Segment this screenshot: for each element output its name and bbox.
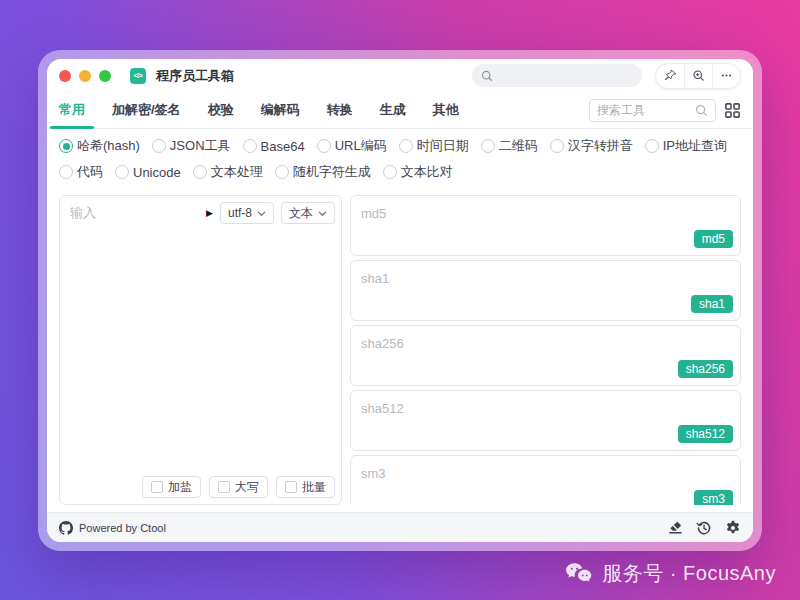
radio-label: 随机字符生成 bbox=[293, 163, 371, 181]
radio-ip-lookup[interactable]: IP地址查询 bbox=[645, 137, 727, 155]
radio-base64[interactable]: Base64 bbox=[243, 139, 305, 154]
close-button[interactable] bbox=[59, 70, 71, 82]
pin-button[interactable] bbox=[656, 64, 684, 88]
output-sm3[interactable]: sm3 sm3 bbox=[350, 455, 741, 505]
sha512-badge[interactable]: sha512 bbox=[678, 425, 733, 443]
settings-button[interactable] bbox=[725, 520, 741, 536]
watermark-text: 服务号 · FocusAny bbox=[602, 560, 776, 587]
clear-button[interactable] bbox=[668, 520, 683, 535]
tab-jiaoyan[interactable]: 校验 bbox=[208, 92, 234, 129]
encoding-value: utf-8 bbox=[228, 206, 252, 220]
input-panel: ▶ utf-8 文本 加盐 大写 批量 bbox=[59, 195, 342, 505]
tab-shengcheng[interactable]: 生成 bbox=[380, 92, 406, 129]
radio-label: 哈希(hash) bbox=[77, 137, 140, 155]
collapse-arrow-icon[interactable]: ▶ bbox=[206, 209, 213, 218]
encoding-select[interactable]: utf-8 bbox=[220, 202, 274, 224]
format-value: 文本 bbox=[289, 205, 313, 222]
output-sha256[interactable]: sha256 sha256 bbox=[350, 325, 741, 386]
output-sha1[interactable]: sha1 sha1 bbox=[350, 260, 741, 321]
output-md5[interactable]: md5 md5 bbox=[350, 195, 741, 256]
radio-icon bbox=[550, 139, 564, 153]
input-panel-controls: ▶ utf-8 文本 bbox=[206, 202, 335, 224]
hash-options: 加盐 大写 批量 bbox=[142, 476, 335, 498]
chevron-down-icon bbox=[257, 209, 266, 218]
radio-label: 汉字转拼音 bbox=[568, 137, 633, 155]
radio-unicode[interactable]: Unicode bbox=[115, 165, 181, 180]
radio-label: 文本比对 bbox=[401, 163, 453, 181]
app-window: </> 程序员工具箱 常用 bbox=[47, 59, 753, 542]
radio-random-string[interactable]: 随机字符生成 bbox=[275, 163, 371, 181]
radio-icon bbox=[152, 139, 166, 153]
titlebar: </> 程序员工具箱 bbox=[47, 59, 753, 92]
window-frame: </> 程序员工具箱 常用 bbox=[38, 50, 762, 551]
global-search-field[interactable] bbox=[499, 69, 633, 83]
format-select[interactable]: 文本 bbox=[281, 202, 335, 224]
radio-qrcode[interactable]: 二维码 bbox=[481, 137, 538, 155]
search-icon bbox=[695, 104, 708, 117]
hash-input-textarea[interactable] bbox=[70, 204, 241, 468]
radio-label: URL编码 bbox=[335, 137, 387, 155]
titlebar-actions bbox=[655, 63, 741, 89]
checkbox-label: 批量 bbox=[302, 479, 326, 496]
radio-hash[interactable]: 哈希(hash) bbox=[59, 137, 140, 155]
tool-search-input[interactable] bbox=[597, 103, 691, 117]
radio-text-diff[interactable]: 文本比对 bbox=[383, 163, 453, 181]
more-button[interactable] bbox=[712, 64, 740, 88]
github-icon bbox=[59, 521, 73, 535]
powered-by[interactable]: Powered by Ctool bbox=[59, 521, 166, 535]
output-placeholder: sha256 bbox=[361, 336, 404, 351]
output-placeholder: sha1 bbox=[361, 271, 389, 286]
radio-text-process[interactable]: 文本处理 bbox=[193, 163, 263, 181]
global-search-input[interactable] bbox=[472, 64, 642, 87]
tab-qita[interactable]: 其他 bbox=[433, 92, 459, 129]
radio-url-encode[interactable]: URL编码 bbox=[317, 137, 387, 155]
grid-view-button[interactable] bbox=[724, 102, 741, 119]
footer-actions bbox=[668, 520, 741, 536]
radio-pinyin[interactable]: 汉字转拼音 bbox=[550, 137, 633, 155]
radio-label: 时间日期 bbox=[417, 137, 469, 155]
minimize-button[interactable] bbox=[79, 70, 91, 82]
history-button[interactable] bbox=[696, 520, 712, 536]
radio-icon bbox=[317, 139, 331, 153]
radio-icon bbox=[481, 139, 495, 153]
salt-checkbox-button[interactable]: 加盐 bbox=[142, 476, 201, 498]
radio-json[interactable]: JSON工具 bbox=[152, 137, 231, 155]
window-title: 程序员工具箱 bbox=[156, 67, 234, 85]
batch-checkbox-button[interactable]: 批量 bbox=[276, 476, 335, 498]
radio-icon bbox=[115, 165, 129, 179]
maximize-button[interactable] bbox=[99, 70, 111, 82]
chevron-down-icon bbox=[318, 209, 327, 218]
search-icon bbox=[481, 70, 493, 82]
output-sha512[interactable]: sha512 sha512 bbox=[350, 390, 741, 451]
checkbox-icon bbox=[151, 481, 163, 493]
footer: Powered by Ctool bbox=[47, 512, 753, 542]
radio-code[interactable]: 代码 bbox=[59, 163, 103, 181]
tool-search-box[interactable] bbox=[589, 99, 716, 122]
tab-changyong[interactable]: 常用 bbox=[59, 92, 85, 129]
md5-badge[interactable]: md5 bbox=[694, 230, 733, 248]
zoom-button[interactable] bbox=[684, 64, 712, 88]
watermark: 服务号 · FocusAny bbox=[565, 560, 776, 587]
uppercase-checkbox-button[interactable]: 大写 bbox=[209, 476, 268, 498]
radio-icon bbox=[275, 165, 289, 179]
radio-datetime[interactable]: 时间日期 bbox=[399, 137, 469, 155]
eraser-icon bbox=[668, 520, 683, 535]
radio-icon bbox=[383, 165, 397, 179]
sha1-badge[interactable]: sha1 bbox=[691, 295, 733, 313]
output-placeholder: md5 bbox=[361, 206, 386, 221]
ellipsis-icon bbox=[720, 69, 733, 82]
radio-label: 代码 bbox=[77, 163, 103, 181]
main-content: ▶ utf-8 文本 加盐 大写 批量 bbox=[47, 193, 753, 512]
checkbox-icon bbox=[285, 481, 297, 493]
history-icon bbox=[696, 520, 712, 536]
tab-jiajiemi[interactable]: 加解密/签名 bbox=[112, 92, 181, 129]
sha256-badge[interactable]: sha256 bbox=[678, 360, 733, 378]
gear-icon bbox=[725, 520, 741, 536]
radio-icon bbox=[59, 165, 73, 179]
hash-outputs: md5 md5 sha1 sha1 sha256 sha256 sha512 s… bbox=[350, 195, 741, 505]
sm3-badge[interactable]: sm3 bbox=[694, 490, 733, 505]
radio-label: IP地址查询 bbox=[663, 137, 727, 155]
tab-zhuanhuan[interactable]: 转换 bbox=[327, 92, 353, 129]
radio-icon bbox=[193, 165, 207, 179]
tab-bianjiema[interactable]: 编解码 bbox=[261, 92, 300, 129]
